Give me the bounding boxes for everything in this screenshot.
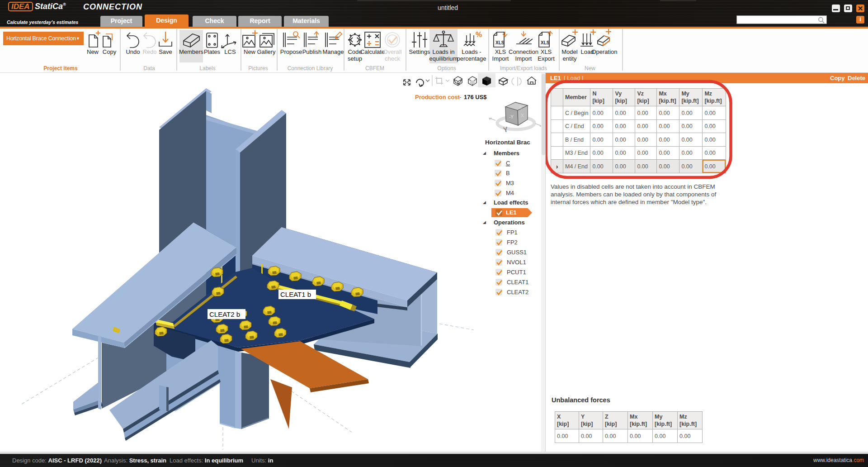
svg-text:M3: M3: [506, 180, 514, 186]
svg-text:XLS: XLS: [495, 40, 505, 45]
svg-text:NVOL1: NVOL1: [507, 259, 526, 266]
svg-text:C: C: [506, 160, 510, 167]
svg-text:CLEAT2: CLEAT2: [507, 289, 528, 295]
svg-text:PCUT1: PCUT1: [507, 269, 526, 276]
svg-text:CLEAT2 b: CLEAT2 b: [209, 310, 240, 318]
svg-text:GUSS1: GUSS1: [507, 249, 527, 256]
svg-text:-: -: [459, 94, 461, 100]
svg-text:FP1: FP1: [507, 229, 518, 236]
svg-text:CLEAT1: CLEAT1: [507, 279, 528, 286]
svg-text:%: %: [476, 31, 482, 38]
svg-text:B: B: [506, 170, 510, 176]
svg-text:FP2: FP2: [507, 239, 518, 246]
svg-text:CLEAT1 b: CLEAT1 b: [280, 291, 311, 298]
svg-text:M4: M4: [506, 190, 514, 196]
svg-text:Production cost: Production cost: [415, 94, 460, 100]
svg-text:XLS: XLS: [541, 40, 550, 45]
